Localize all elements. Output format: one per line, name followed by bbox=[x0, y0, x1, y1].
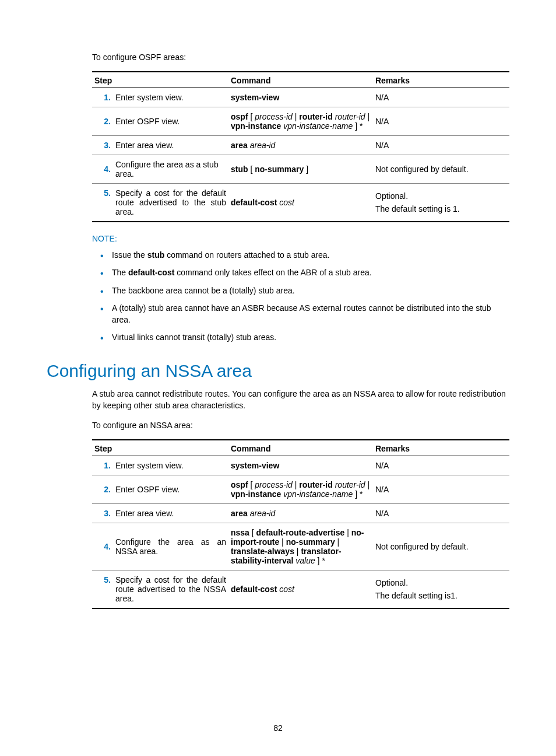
table-row: 2. Enter OSPF view. ospf [ process-id | … bbox=[92, 107, 509, 136]
remarks-cell: N/A bbox=[373, 136, 509, 155]
table-row: 3. Enter area view. area area-id N/A bbox=[92, 504, 509, 523]
remarks-cell: N/A bbox=[373, 107, 509, 136]
table-row: 5. Specify a cost for the default route … bbox=[92, 570, 509, 609]
step-desc: Specify a cost for the default route adv… bbox=[113, 570, 228, 609]
command-cell: system-view bbox=[228, 88, 373, 107]
note-list: Issue the stub command on routers attach… bbox=[92, 249, 509, 344]
col-command: Command bbox=[228, 440, 373, 456]
command-cell: nssa [ default-route-advertise | no-impo… bbox=[228, 523, 373, 570]
intro-text-2: To configure an NSSA area: bbox=[92, 421, 509, 430]
step-num: 2. bbox=[92, 475, 113, 504]
remarks-cell: Not configured by default. bbox=[373, 523, 509, 570]
table-header-row: Step Command Remarks bbox=[92, 72, 509, 88]
step-desc: Configure the area as an NSSA area. bbox=[113, 523, 228, 570]
step-desc: Enter system view. bbox=[113, 88, 228, 107]
step-num: 1. bbox=[92, 88, 113, 107]
command-cell: area area-id bbox=[228, 504, 373, 523]
section-heading: Configuring an NSSA area bbox=[47, 361, 509, 381]
table-row: 5. Specify a cost for the default route … bbox=[92, 184, 509, 222]
step-desc: Enter area view. bbox=[113, 504, 228, 523]
table-row: 4. Configure the area as a stub area. st… bbox=[92, 155, 509, 184]
table-row: 2. Enter OSPF view. ospf [ process-id | … bbox=[92, 475, 509, 504]
command-cell: default-cost cost bbox=[228, 570, 373, 609]
table-nssa-area: Step Command Remarks 1. Enter system vie… bbox=[92, 439, 509, 609]
table-row: 1. Enter system view. system-view N/A bbox=[92, 88, 509, 107]
step-num: 4. bbox=[92, 523, 113, 570]
step-desc: Enter OSPF view. bbox=[113, 107, 228, 136]
list-item: Virtual links cannot transit (totally) s… bbox=[100, 331, 509, 343]
command-cell: default-cost cost bbox=[228, 184, 373, 222]
step-desc: Enter system view. bbox=[113, 456, 228, 475]
remarks-cell: Optional. The default setting is 1. bbox=[373, 184, 509, 222]
step-desc: Enter area view. bbox=[113, 136, 228, 155]
body-paragraph: A stub area cannot redistribute routes. … bbox=[92, 388, 509, 412]
command-cell: system-view bbox=[228, 456, 373, 475]
step-num: 5. bbox=[92, 570, 113, 609]
remarks-cell: Optional. The default setting is1. bbox=[373, 570, 509, 609]
remarks-cell: N/A bbox=[373, 504, 509, 523]
step-num: 4. bbox=[92, 155, 113, 184]
command-cell: ospf [ process-id | router-id router-id … bbox=[228, 475, 373, 504]
list-item: The backbone area cannot be a (totally) … bbox=[100, 285, 509, 296]
col-step: Step bbox=[92, 440, 228, 456]
remarks-cell: N/A bbox=[373, 475, 509, 504]
table-row: 1. Enter system view. system-view N/A bbox=[92, 456, 509, 475]
col-command: Command bbox=[228, 72, 373, 88]
step-desc: Configure the area as a stub area. bbox=[113, 155, 228, 184]
note-label: NOTE: bbox=[92, 234, 509, 243]
list-item: Issue the stub command on routers attach… bbox=[100, 249, 509, 261]
intro-text-1: To configure OSPF areas: bbox=[92, 52, 509, 62]
remarks-cell: Not configured by default. bbox=[373, 155, 509, 184]
col-step: Step bbox=[92, 72, 228, 88]
step-desc: Enter OSPF view. bbox=[113, 475, 228, 504]
command-cell: ospf [ process-id | router-id router-id … bbox=[228, 107, 373, 136]
list-item: The default-cost command only takes effe… bbox=[100, 267, 509, 278]
step-num: 2. bbox=[92, 107, 113, 136]
command-cell: area area-id bbox=[228, 136, 373, 155]
step-num: 3. bbox=[92, 504, 113, 523]
col-remarks: Remarks bbox=[373, 440, 509, 456]
list-item: A (totally) stub area cannot have an ASB… bbox=[100, 302, 509, 326]
step-num: 1. bbox=[92, 456, 113, 475]
remarks-cell: N/A bbox=[373, 88, 509, 107]
table-ospf-areas: Step Command Remarks 1. Enter system vie… bbox=[92, 71, 509, 222]
col-remarks: Remarks bbox=[373, 72, 509, 88]
remarks-cell: N/A bbox=[373, 456, 509, 475]
step-desc: Specify a cost for the default route adv… bbox=[113, 184, 228, 222]
step-num: 5. bbox=[92, 184, 113, 222]
step-num: 3. bbox=[92, 136, 113, 155]
table-row: 3. Enter area view. area area-id N/A bbox=[92, 136, 509, 155]
table-row: 4. Configure the area as an NSSA area. n… bbox=[92, 523, 509, 570]
table-header-row: Step Command Remarks bbox=[92, 440, 509, 456]
command-cell: stub [ no-summary ] bbox=[228, 155, 373, 184]
page-number: 82 bbox=[0, 723, 556, 733]
